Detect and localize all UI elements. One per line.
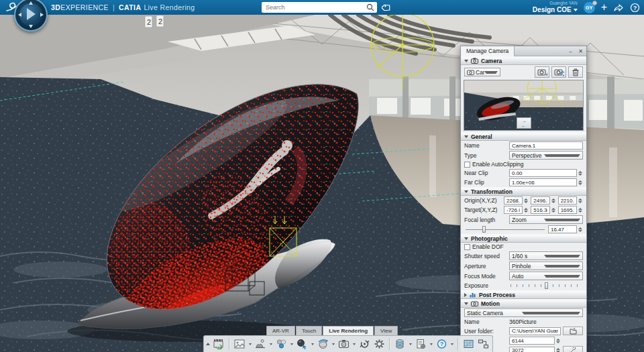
swap-view-button[interactable]: →← bbox=[517, 117, 531, 129]
height-input[interactable] bbox=[509, 347, 555, 352]
autoclipping-checkbox[interactable] bbox=[464, 162, 470, 168]
nearclip-input[interactable] bbox=[509, 169, 577, 177]
brand-experience: EXPERIENCE bbox=[60, 3, 109, 11]
width-input[interactable] bbox=[509, 337, 555, 345]
camera-dropdown[interactable] bbox=[352, 337, 356, 351]
shutter-select[interactable]: 1/60 s bbox=[509, 251, 583, 260]
aperture-select[interactable]: Pinhole bbox=[509, 261, 583, 270]
status-badge bbox=[592, 1, 597, 5]
section-header-motion[interactable]: Motion bbox=[461, 299, 586, 308]
origin-z-input[interactable] bbox=[558, 196, 577, 204]
turntable-button[interactable] bbox=[358, 337, 371, 351]
target-label: Target(X,Y,Z) bbox=[464, 207, 502, 213]
share-button[interactable] bbox=[613, 3, 624, 12]
target-x-spinner[interactable] bbox=[523, 208, 529, 213]
section-header-camera[interactable]: Camera bbox=[461, 56, 586, 65]
search-box[interactable] bbox=[262, 2, 377, 13]
close-button[interactable]: ✕ bbox=[576, 48, 585, 55]
user-folder-input[interactable] bbox=[509, 327, 561, 335]
focal-length-spinner[interactable] bbox=[578, 227, 583, 232]
tab-live-rendering[interactable]: Live Rendering bbox=[323, 326, 374, 335]
farclip-spinner[interactable] bbox=[578, 180, 583, 185]
avatar[interactable]: GY bbox=[584, 2, 595, 13]
user-name: Guanghe YAN bbox=[533, 1, 578, 6]
camera-select[interactable]: Camera.1 bbox=[464, 68, 500, 76]
tab-view[interactable]: View bbox=[374, 326, 398, 335]
apply-material-dropdown[interactable] bbox=[310, 337, 315, 351]
camera-preview[interactable]: →← bbox=[464, 80, 584, 131]
origin-y-input[interactable] bbox=[531, 196, 549, 204]
collapse-icon bbox=[464, 302, 468, 305]
background-stamp-button[interactable] bbox=[254, 337, 267, 351]
render-button[interactable] bbox=[212, 337, 225, 351]
toolbar-collapse-handle[interactable] bbox=[205, 336, 211, 352]
help-button[interactable]: ? bbox=[630, 3, 640, 13]
svg-text:?: ? bbox=[439, 341, 443, 347]
width-spinner[interactable] bbox=[555, 339, 561, 343]
ambience-button[interactable] bbox=[233, 337, 246, 351]
origin-z-spinner[interactable] bbox=[578, 198, 583, 203]
chevron-down-icon bbox=[522, 312, 581, 314]
section-header-photographic[interactable]: Photographic bbox=[461, 234, 586, 243]
section-header-postprocess[interactable]: Post Process bbox=[461, 290, 586, 299]
mesh-button[interactable] bbox=[462, 337, 475, 351]
height-spinner[interactable] bbox=[555, 348, 561, 352]
link-dimensions-button[interactable] bbox=[563, 346, 583, 352]
data-store-button[interactable] bbox=[393, 337, 407, 351]
target-z-spinner[interactable] bbox=[578, 208, 583, 213]
section-header-general[interactable]: General bbox=[461, 132, 586, 141]
add-camera-button[interactable]: + bbox=[535, 66, 549, 78]
tab-touch[interactable]: Touch bbox=[296, 326, 322, 335]
tag-icon[interactable] bbox=[382, 3, 392, 13]
nearclip-spinner[interactable] bbox=[578, 171, 583, 176]
tab-ar-vr[interactable]: AR-VR bbox=[266, 326, 295, 335]
camera-name-input[interactable] bbox=[509, 141, 583, 150]
user-menu[interactable]: Guanghe YAN Design COE bbox=[533, 1, 578, 14]
focal-length-slider[interactable] bbox=[464, 225, 546, 233]
help-tools-dropdown[interactable] bbox=[449, 337, 454, 351]
background-dropdown[interactable] bbox=[268, 337, 273, 351]
batch-settings-button[interactable] bbox=[414, 337, 427, 351]
focal-length-input[interactable] bbox=[548, 225, 577, 233]
camera-button[interactable] bbox=[337, 337, 350, 351]
section-header-transformation[interactable]: Transformation bbox=[461, 187, 586, 196]
minimize-button[interactable]: – bbox=[566, 48, 575, 55]
target-z-input[interactable] bbox=[558, 206, 577, 214]
nearclip-label: Near Clip bbox=[464, 170, 507, 176]
app-name: CATIA bbox=[119, 3, 141, 11]
target-y-spinner[interactable] bbox=[551, 208, 556, 213]
environment-button[interactable] bbox=[316, 337, 329, 351]
batch-settings-dropdown[interactable] bbox=[429, 337, 433, 351]
add-content-button[interactable]: + bbox=[601, 2, 607, 13]
ambience-dropdown[interactable] bbox=[248, 337, 252, 351]
search-icon[interactable] bbox=[366, 3, 375, 12]
chevron-down-icon bbox=[544, 219, 580, 221]
help-tools-button[interactable]: ? bbox=[435, 337, 448, 351]
data-store-dropdown[interactable] bbox=[408, 337, 413, 351]
link-network-button[interactable] bbox=[476, 337, 490, 351]
type-select[interactable]: Perspective bbox=[509, 151, 583, 160]
environment-dropdown[interactable] bbox=[331, 337, 335, 351]
dof-checkbox[interactable] bbox=[464, 244, 470, 250]
farclip-input[interactable] bbox=[509, 178, 577, 186]
focal-mode-select[interactable]: Zoom bbox=[509, 215, 583, 224]
target-x-input[interactable] bbox=[504, 206, 523, 214]
materials-button[interactable] bbox=[274, 337, 288, 351]
browse-folder-button[interactable] bbox=[563, 327, 583, 335]
apply-material-button[interactable] bbox=[295, 337, 309, 351]
origin-y-spinner[interactable] bbox=[551, 198, 556, 203]
render-settings-button[interactable] bbox=[372, 337, 386, 351]
exposure-slider[interactable] bbox=[509, 282, 583, 290]
delete-camera-button[interactable] bbox=[568, 66, 583, 78]
compass-play-icon bbox=[27, 8, 36, 20]
update-camera-button[interactable] bbox=[551, 66, 566, 78]
panel-title-bar[interactable]: Manage Camera – ✕ bbox=[461, 46, 586, 56]
origin-x-spinner[interactable] bbox=[523, 198, 529, 203]
materials-dropdown[interactable] bbox=[289, 337, 294, 351]
chevron-down-icon bbox=[574, 9, 578, 11]
origin-x-input[interactable] bbox=[504, 196, 523, 204]
search-input[interactable] bbox=[262, 4, 366, 11]
motion-mode-select[interactable]: Static Camera bbox=[464, 308, 583, 317]
target-y-input[interactable] bbox=[531, 206, 549, 214]
focus-mode-select[interactable]: Auto bbox=[509, 272, 583, 280]
